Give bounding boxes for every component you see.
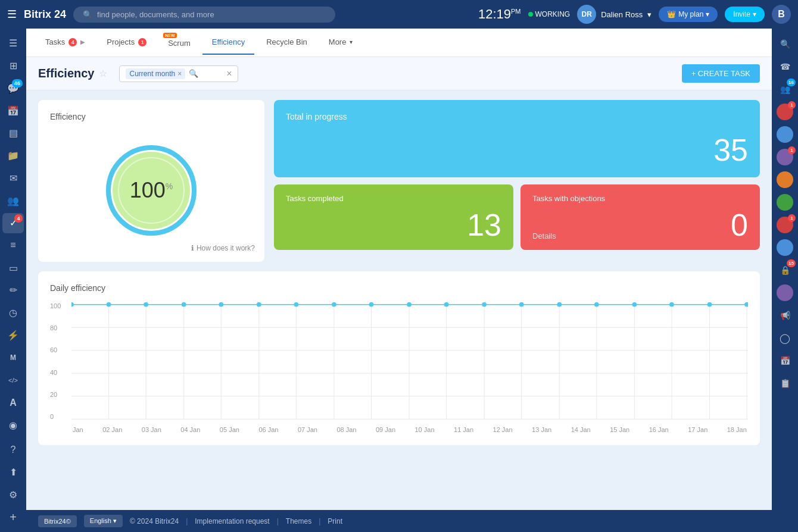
svg-point-33 (257, 302, 261, 307)
daily-chart-title: Daily efficiency (50, 283, 748, 293)
sidebar-item-tasks[interactable]: ✓ 4 (2, 213, 24, 233)
sidebar-item-settings[interactable]: ⚙ (2, 485, 24, 505)
tab-tasks-arrow: ▶ (80, 39, 85, 45)
total-progress-title: Total in progress (286, 112, 748, 121)
sidebar-item-menu[interactable]: ☰ (2, 33, 24, 54)
working-status: WORKING (528, 10, 571, 18)
rs-circle[interactable]: ◯ (774, 327, 796, 349)
tab-projects[interactable]: Projects 1 (97, 30, 156, 55)
menu-icon[interactable]: ☰ (7, 8, 17, 21)
create-task-button[interactable]: + CREATE TASK (682, 64, 760, 83)
rs-broadcast-icon: 📢 (780, 311, 790, 320)
svg-point-46 (744, 302, 748, 307)
sidebar-item-font[interactable]: A (2, 393, 24, 413)
bitrix24-footer-button[interactable]: Bitrix24© (38, 515, 77, 527)
tab-tasks-label: Tasks (45, 37, 65, 46)
sidebar-item-feed[interactable]: ▤ (2, 123, 24, 143)
sidebar-item-add[interactable]: + (2, 507, 24, 527)
rs-phone[interactable]: ☎ (774, 56, 796, 77)
rs-avatar-4[interactable] (774, 169, 796, 190)
my-plan-button[interactable]: 👑 My plan ▾ (659, 7, 718, 22)
filter-tag: Current month × (126, 68, 185, 79)
rs-avatar-7[interactable] (774, 237, 796, 258)
edit-icon: ✏ (10, 284, 17, 296)
rs-search[interactable]: 🔍 (774, 33, 796, 55)
rs-avatar6-badge: 1 (788, 214, 796, 222)
sidebar-item-upload[interactable]: ⬆ (2, 462, 24, 483)
page-title: Efficiency (38, 67, 94, 80)
feed-icon: ▤ (9, 127, 18, 139)
working-dot (528, 12, 533, 17)
sidebar-item-calendar[interactable]: 📅 (2, 101, 24, 121)
svg-point-35 (332, 302, 336, 307)
dashboard-icon: ⊞ (10, 60, 17, 71)
tab-scrum-label: Scrum (168, 39, 191, 48)
sidebar-item-help[interactable]: ? (2, 440, 24, 460)
rs-avatar-1[interactable]: 1 (774, 101, 796, 123)
tasks-objections-details[interactable]: Details (532, 231, 556, 240)
tasks-completed-card: Tasks completed 13 (274, 184, 513, 250)
rs-users-group[interactable]: 👥 16 (774, 79, 796, 100)
page-header: Efficiency ☆ Current month × 🔍 × + CREAT… (26, 57, 772, 90)
rs-avatar-5[interactable] (774, 192, 796, 213)
plan-icon: 👑 (667, 10, 676, 18)
menu-icon: ☰ (9, 37, 17, 49)
footer-print-link[interactable]: Print (328, 517, 342, 525)
notifications-button[interactable]: B (772, 5, 791, 24)
rs-avatar-8[interactable] (774, 282, 796, 303)
sidebar-item-mail[interactable]: ✉ (2, 168, 24, 188)
sidebar-item-files[interactable]: 📁 (2, 146, 24, 166)
rs-calendar[interactable]: 📅 (774, 350, 796, 371)
sidebar-item-list[interactable]: ≡ (2, 236, 24, 256)
sidebar-item-automation[interactable]: ⚡ (2, 326, 24, 346)
rs-clipboard[interactable]: 📋 (774, 373, 796, 394)
time-icon: ◷ (9, 307, 17, 318)
sidebar-item-contacts[interactable]: 👥 (2, 190, 24, 211)
tab-scrum[interactable]: NEW Scrum (158, 29, 200, 56)
rs-avatar-2[interactable] (774, 124, 796, 145)
english-footer-button[interactable]: English ▾ (84, 515, 123, 527)
footer-implementation-link[interactable]: Implementation request (195, 517, 269, 525)
tab-tasks[interactable]: Tasks 4 ▶ (36, 30, 95, 55)
settings-icon: ⚙ (9, 489, 17, 500)
filter-tag-remove[interactable]: × (177, 70, 182, 78)
sidebar-item-dashboard[interactable]: ⊞ (2, 56, 24, 76)
rs-user-avatar-8 (777, 284, 793, 301)
tab-more[interactable]: More ▾ (319, 30, 363, 55)
mail-icon: ✉ (10, 173, 17, 184)
rs-avatar-6[interactable]: 1 (774, 214, 796, 236)
sidebar-item-code[interactable]: </> (2, 370, 24, 390)
sidebar-item-time[interactable]: ◷ (2, 303, 24, 323)
tab-projects-badge: 1 (138, 38, 146, 46)
rs-lock[interactable]: 🔒 15 (774, 259, 796, 281)
search-input[interactable] (97, 10, 326, 19)
tab-efficiency[interactable]: Efficiency (202, 30, 254, 55)
user-menu[interactable]: DR Dalien Ross ▾ (577, 5, 652, 24)
svg-point-38 (444, 302, 449, 307)
tasks-completed-value: 13 (286, 209, 501, 240)
rs-avatar-3[interactable]: 1 (774, 146, 796, 168)
invite-button[interactable]: Invite ▾ (725, 7, 765, 22)
filter-input[interactable]: Current month × 🔍 × (119, 65, 238, 82)
rs-broadcast[interactable]: 📢 (774, 305, 796, 326)
filter-clear-icon[interactable]: × (226, 68, 232, 79)
rs-circle-icon: ◯ (780, 333, 790, 344)
footer-copyright: © 2024 Bitrix24 (130, 517, 179, 525)
svg-point-42 (594, 302, 599, 307)
rs-user-avatar-7 (777, 239, 793, 256)
sidebar-item-edit[interactable]: ✏ (2, 280, 24, 301)
sidebar-item-projects[interactable]: ▭ (2, 258, 24, 278)
tasks-objections-value: 0 (731, 209, 748, 240)
tab-recycle-bin[interactable]: Recycle Bin (257, 30, 317, 55)
footer-themes-link[interactable]: Themes (286, 517, 311, 525)
how-it-works-link[interactable]: ℹ How does it work? (191, 244, 255, 252)
svg-point-36 (369, 302, 374, 307)
filter-area: Current month × 🔍 × (119, 65, 669, 82)
favorite-icon[interactable]: ☆ (99, 68, 107, 79)
sidebar-item-circle[interactable]: ◉ (2, 415, 24, 435)
svg-point-41 (557, 302, 562, 307)
sidebar-item-marketing[interactable]: M (2, 348, 24, 368)
right-sidebar: 🔍 ☎ 👥 16 1 1 1 (772, 29, 798, 532)
sidebar-item-chat[interactable]: 💬 46 (2, 78, 24, 98)
tab-projects-label: Projects (107, 37, 135, 46)
